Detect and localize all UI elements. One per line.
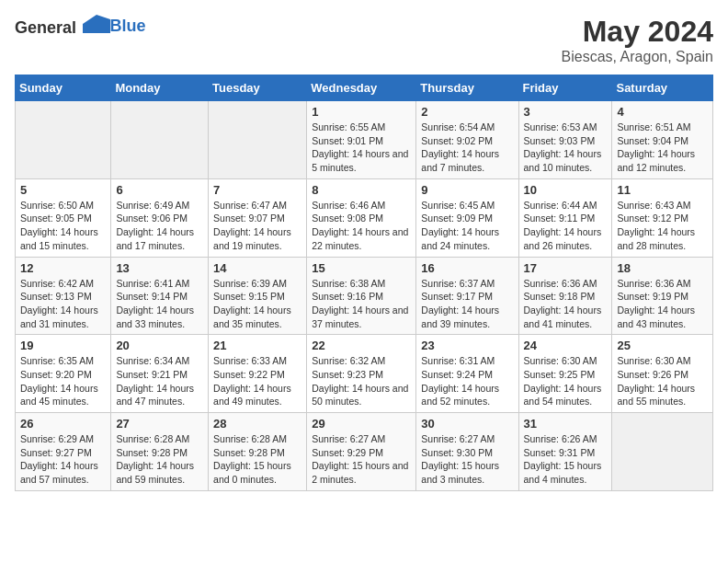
day-cell: 20Sunrise: 6:34 AMSunset: 9:21 PMDayligh… — [111, 335, 209, 413]
day-number: 14 — [213, 261, 301, 275]
day-info: Sunrise: 6:30 AMSunset: 9:26 PMDaylight:… — [617, 354, 708, 408]
day-cell: 29Sunrise: 6:27 AMSunset: 9:29 PMDayligh… — [307, 413, 416, 491]
day-info: Sunrise: 6:53 AMSunset: 9:03 PMDaylight:… — [524, 121, 608, 175]
day-info: Sunrise: 6:47 AMSunset: 9:07 PMDaylight:… — [213, 199, 301, 253]
subtitle: Biescas, Aragon, Spain — [562, 49, 713, 65]
day-info: Sunrise: 6:28 AMSunset: 9:28 PMDaylight:… — [213, 432, 301, 487]
day-info: Sunrise: 6:30 AMSunset: 9:25 PMDaylight:… — [524, 354, 608, 408]
day-number: 26 — [20, 417, 106, 431]
day-info: Sunrise: 6:36 AMSunset: 9:18 PMDaylight:… — [524, 277, 608, 331]
day-info: Sunrise: 6:44 AMSunset: 9:11 PMDaylight:… — [524, 199, 608, 253]
day-info: Sunrise: 6:50 AMSunset: 9:05 PMDaylight:… — [20, 199, 106, 253]
logo-blue-text: Blue — [110, 17, 146, 35]
day-number: 23 — [421, 339, 513, 352]
day-cell: 9Sunrise: 6:45 AMSunset: 9:09 PMDaylight… — [416, 178, 518, 257]
day-number: 17 — [524, 261, 608, 275]
day-cell: 18Sunrise: 6:36 AMSunset: 9:19 PMDayligh… — [612, 257, 713, 335]
day-number: 21 — [213, 339, 301, 352]
day-cell: 4Sunrise: 6:51 AMSunset: 9:04 PMDaylight… — [612, 101, 713, 179]
day-info: Sunrise: 6:28 AMSunset: 9:28 PMDaylight:… — [116, 432, 203, 487]
day-info: Sunrise: 6:33 AMSunset: 9:22 PMDaylight:… — [213, 354, 301, 408]
day-cell: 24Sunrise: 6:30 AMSunset: 9:25 PMDayligh… — [518, 335, 612, 413]
day-info: Sunrise: 6:41 AMSunset: 9:14 PMDaylight:… — [116, 277, 203, 331]
day-cell: 1Sunrise: 6:55 AMSunset: 9:01 PMDaylight… — [307, 101, 416, 179]
day-cell: 14Sunrise: 6:39 AMSunset: 9:15 PMDayligh… — [209, 257, 307, 335]
day-number: 7 — [213, 183, 301, 197]
day-number: 3 — [524, 105, 608, 119]
day-number: 12 — [20, 261, 106, 275]
day-number: 11 — [617, 183, 708, 197]
calendar-table: SundayMondayTuesdayWednesdayThursdayFrid… — [15, 75, 713, 491]
day-cell: 12Sunrise: 6:42 AMSunset: 9:13 PMDayligh… — [16, 257, 111, 335]
day-cell: 25Sunrise: 6:30 AMSunset: 9:26 PMDayligh… — [612, 335, 713, 413]
col-header-sunday: Sunday — [16, 75, 111, 101]
logo-general-text: General — [15, 18, 76, 37]
day-info: Sunrise: 6:34 AMSunset: 9:21 PMDaylight:… — [116, 354, 203, 408]
day-number: 10 — [524, 183, 608, 197]
day-number: 28 — [213, 417, 301, 431]
week-row-2: 5Sunrise: 6:50 AMSunset: 9:05 PMDaylight… — [16, 178, 713, 257]
day-cell: 11Sunrise: 6:43 AMSunset: 9:12 PMDayligh… — [612, 178, 713, 257]
day-number: 2 — [421, 105, 513, 119]
logo: General Blue — [15, 15, 146, 38]
title-area: May 2024 Biescas, Aragon, Spain — [562, 15, 713, 65]
day-info: Sunrise: 6:46 AMSunset: 9:08 PMDaylight:… — [312, 199, 411, 253]
day-info: Sunrise: 6:55 AMSunset: 9:01 PMDaylight:… — [312, 121, 411, 175]
day-cell — [612, 413, 713, 491]
day-number: 29 — [312, 417, 411, 431]
day-info: Sunrise: 6:39 AMSunset: 9:15 PMDaylight:… — [213, 277, 301, 331]
day-cell: 3Sunrise: 6:53 AMSunset: 9:03 PMDaylight… — [518, 101, 612, 179]
day-cell: 13Sunrise: 6:41 AMSunset: 9:14 PMDayligh… — [111, 257, 209, 335]
day-cell: 5Sunrise: 6:50 AMSunset: 9:05 PMDaylight… — [16, 178, 111, 257]
calendar-header-row: SundayMondayTuesdayWednesdayThursdayFrid… — [16, 75, 713, 101]
day-info: Sunrise: 6:51 AMSunset: 9:04 PMDaylight:… — [617, 121, 708, 175]
day-cell — [16, 101, 111, 179]
day-info: Sunrise: 6:49 AMSunset: 9:06 PMDaylight:… — [116, 199, 203, 253]
day-number: 6 — [116, 183, 203, 197]
day-cell: 22Sunrise: 6:32 AMSunset: 9:23 PMDayligh… — [307, 335, 416, 413]
day-number: 4 — [617, 105, 708, 119]
logo-icon — [83, 15, 110, 33]
week-row-1: 1Sunrise: 6:55 AMSunset: 9:01 PMDaylight… — [16, 101, 713, 179]
day-info: Sunrise: 6:45 AMSunset: 9:09 PMDaylight:… — [421, 199, 513, 253]
day-number: 20 — [116, 339, 203, 352]
day-number: 31 — [524, 417, 608, 431]
day-info: Sunrise: 6:43 AMSunset: 9:12 PMDaylight:… — [617, 199, 708, 253]
col-header-tuesday: Tuesday — [209, 75, 307, 101]
day-number: 18 — [617, 261, 708, 275]
day-cell: 26Sunrise: 6:29 AMSunset: 9:27 PMDayligh… — [16, 413, 111, 491]
day-number: 8 — [312, 183, 411, 197]
day-info: Sunrise: 6:37 AMSunset: 9:17 PMDaylight:… — [421, 277, 513, 331]
day-number: 22 — [312, 339, 411, 352]
header: General Blue May 2024 Biescas, Aragon, S… — [15, 15, 713, 65]
day-number: 25 — [617, 339, 708, 352]
day-number: 16 — [421, 261, 513, 275]
day-number: 1 — [312, 105, 411, 119]
day-info: Sunrise: 6:27 AMSunset: 9:29 PMDaylight:… — [312, 432, 411, 487]
day-info: Sunrise: 6:29 AMSunset: 9:27 PMDaylight:… — [20, 432, 106, 487]
col-header-friday: Friday — [518, 75, 612, 101]
day-number: 13 — [116, 261, 203, 275]
day-info: Sunrise: 6:35 AMSunset: 9:20 PMDaylight:… — [20, 354, 106, 408]
day-cell — [111, 101, 209, 179]
day-info: Sunrise: 6:27 AMSunset: 9:30 PMDaylight:… — [421, 432, 513, 487]
day-number: 27 — [116, 417, 203, 431]
day-cell: 10Sunrise: 6:44 AMSunset: 9:11 PMDayligh… — [518, 178, 612, 257]
day-cell: 6Sunrise: 6:49 AMSunset: 9:06 PMDaylight… — [111, 178, 209, 257]
day-cell: 27Sunrise: 6:28 AMSunset: 9:28 PMDayligh… — [111, 413, 209, 491]
col-header-thursday: Thursday — [416, 75, 518, 101]
day-cell: 19Sunrise: 6:35 AMSunset: 9:20 PMDayligh… — [16, 335, 111, 413]
day-cell: 7Sunrise: 6:47 AMSunset: 9:07 PMDaylight… — [209, 178, 307, 257]
day-info: Sunrise: 6:36 AMSunset: 9:19 PMDaylight:… — [617, 277, 708, 331]
day-info: Sunrise: 6:42 AMSunset: 9:13 PMDaylight:… — [20, 277, 106, 331]
week-row-5: 26Sunrise: 6:29 AMSunset: 9:27 PMDayligh… — [16, 413, 713, 491]
day-cell: 15Sunrise: 6:38 AMSunset: 9:16 PMDayligh… — [307, 257, 416, 335]
day-number: 19 — [20, 339, 106, 352]
col-header-wednesday: Wednesday — [307, 75, 416, 101]
day-number: 9 — [421, 183, 513, 197]
day-cell: 23Sunrise: 6:31 AMSunset: 9:24 PMDayligh… — [416, 335, 518, 413]
day-info: Sunrise: 6:26 AMSunset: 9:31 PMDaylight:… — [524, 432, 608, 487]
day-cell: 31Sunrise: 6:26 AMSunset: 9:31 PMDayligh… — [518, 413, 612, 491]
day-cell: 28Sunrise: 6:28 AMSunset: 9:28 PMDayligh… — [209, 413, 307, 491]
day-cell — [209, 101, 307, 179]
